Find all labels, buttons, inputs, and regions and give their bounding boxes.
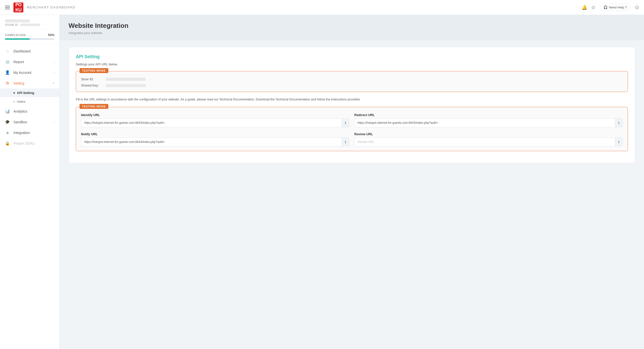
page-header: Website Integration Integrated your webs… [60,15,644,40]
chevron-right-icon: › [54,60,54,63]
notify-url-group: Notify URL ℹ [81,132,349,146]
testing-box-inner-1: Store ID: Shared Key: [76,71,628,92]
identify-url-info-icon[interactable]: ℹ [342,119,349,127]
sidebar-item-label: Integration [14,131,30,135]
page-body: API Setting Settings your API URL below.… [60,40,644,176]
sidebar-item-my-account[interactable]: 👤 My Account › [0,67,60,78]
completion-label: COMPLETION [5,34,26,37]
shared-key-field-row: Shared Key: [81,84,623,87]
shared-key-field-value [106,84,146,87]
person-icon: 👤 [5,70,10,75]
sidebar-item-label: Report [14,60,24,64]
home-icon: ⌂ [5,49,10,54]
nav-items: ⌂ Dashboard ▤ Report › 👤 My Account › ⚙ … [0,44,60,349]
url-grid: Identify URL ℹ Redirect URL [81,113,623,146]
redirect-url-input[interactable] [354,119,615,127]
sidebar-item-integration[interactable]: ◈ Integration [0,127,60,138]
sidebar-subitem-users[interactable]: Users [0,97,60,106]
api-setting-title: API Setting [76,54,628,59]
header-right: 🔔 ⊙ 🎧 Need Help ? ⏻ [582,4,639,11]
integration-icon: ◈ [5,130,10,135]
brand-name: MERCHANT DASHBOARD [27,6,75,9]
notify-url-input-row: ℹ [81,137,349,146]
store-id-value [20,24,40,26]
dot-icon [14,92,15,94]
review-url-input-row: ℹ [354,137,623,146]
testing-mode-badge-1: TESTING MODE [80,68,108,73]
identify-url-group: Identify URL ℹ [81,113,349,127]
store-id-field-label: Store ID: [81,77,103,81]
chevron-down-icon: ∨ [52,82,54,85]
review-url-label: Review URL [354,132,623,136]
sidebar-item-sandbox[interactable]: 🎓 Sandbox › [0,117,60,127]
sidebar-item-label: Dashboard [14,49,30,53]
logo-box: POKU [14,3,23,13]
redirect-url-input-row: ℹ [354,118,623,127]
review-url-group: Review URL ℹ [354,132,623,146]
main-content: Website Integration Integrated your webs… [60,15,644,349]
power-icon[interactable]: ⏻ [635,5,639,10]
sidebar-subitem-label: Users [17,100,25,103]
sidebar-item-pinjam-doku: 🔒 Pinjam DOKU [0,138,60,149]
store-id-row: STORE ID : [5,23,54,26]
page-title: Website Integration [68,22,635,30]
report-icon: ▤ [5,59,10,64]
chevron-right-icon: › [54,121,54,124]
identify-url-label: Identify URL [81,113,349,117]
sidebar-item-label: Sandbox [14,120,27,124]
need-help-button[interactable]: 🎧 Need Help ? [600,4,630,11]
completion-header: COMPLETION 50% [5,33,54,37]
store-id-field-row: Store ID: [81,77,623,81]
header: POKU MERCHANT DASHBOARD 🔔 ⊙ 🎧 Need Help … [0,0,644,15]
completion-section: COMPLETION 50% [0,30,60,44]
api-setting-card: API Setting Settings your API URL below.… [68,47,635,163]
lock-icon: 🔒 [5,141,10,146]
testing-mode-box-2: TESTING MODE Identify URL ℹ [76,107,628,151]
store-id-label: STORE ID : [5,23,20,26]
testing-box-inner-2: Identify URL ℹ Redirect URL [76,107,628,151]
instruction-text: Fill in the URL settings in accordance w… [76,97,628,102]
sidebar-item-report[interactable]: ▤ Report › [0,57,60,67]
progress-bar-bg [5,38,54,40]
api-setting-desc: Settings your API URL below. [76,62,628,66]
identify-url-input-row: ℹ [81,118,349,127]
sidebar-item-label: My Account [14,71,31,75]
identify-url-input[interactable] [81,119,342,127]
profile-name-placeholder [5,20,30,22]
sidebar-profile: STORE ID : [0,15,60,30]
sidebar-subitem-label: API Setting [17,91,34,95]
sidebar-item-label: Analytics [14,109,27,113]
notify-url-info-icon[interactable]: ℹ [342,138,349,146]
gear-icon: ⚙ [5,81,10,86]
notify-url-input[interactable] [81,138,342,146]
notify-url-label: Notify URL [81,132,349,136]
sidebar-item-dashboard[interactable]: ⌂ Dashboard [0,46,60,57]
sidebar-item-label: Setting [14,81,24,85]
review-url-info-icon[interactable]: ℹ [615,138,622,146]
settings-icon[interactable]: ⊙ [592,5,595,10]
redirect-url-info-icon[interactable]: ℹ [615,119,622,127]
header-left: POKU MERCHANT DASHBOARD [5,3,75,13]
hamburger-icon[interactable] [5,6,10,9]
page-subtitle: Integrated your website [68,31,635,35]
sidebar-item-label: Pinjam DOKU [14,141,35,145]
layout: STORE ID : COMPLETION 50% ⌂ Dashboard ▤ … [0,15,644,349]
headset-icon: 🎧 [604,6,608,9]
store-id-field-value [106,78,146,81]
sidebar: STORE ID : COMPLETION 50% ⌂ Dashboard ▤ … [0,15,60,349]
shared-key-field-label: Shared Key: [81,84,103,87]
redirect-url-group: Redirect URL ℹ [354,113,623,127]
notification-icon[interactable]: 🔔 [582,5,587,10]
sidebar-item-setting[interactable]: ⚙ Setting ∨ [0,78,60,89]
testing-mode-badge-2: TESTING MODE [80,104,108,109]
review-url-input[interactable] [354,138,615,146]
sandbox-icon: 🎓 [5,120,10,124]
progress-bar-fill [5,38,30,40]
testing-mode-box-1: TESTING MODE Store ID: Shared Key: [76,71,628,92]
chevron-right-icon: › [54,71,54,74]
dot-icon [14,101,15,102]
sidebar-subitem-api-setting[interactable]: API Setting [0,89,60,97]
completion-pct: 50% [48,33,54,37]
sidebar-item-analytics[interactable]: 📊 Analytics [0,106,60,117]
analytics-icon: 📊 [5,109,10,114]
